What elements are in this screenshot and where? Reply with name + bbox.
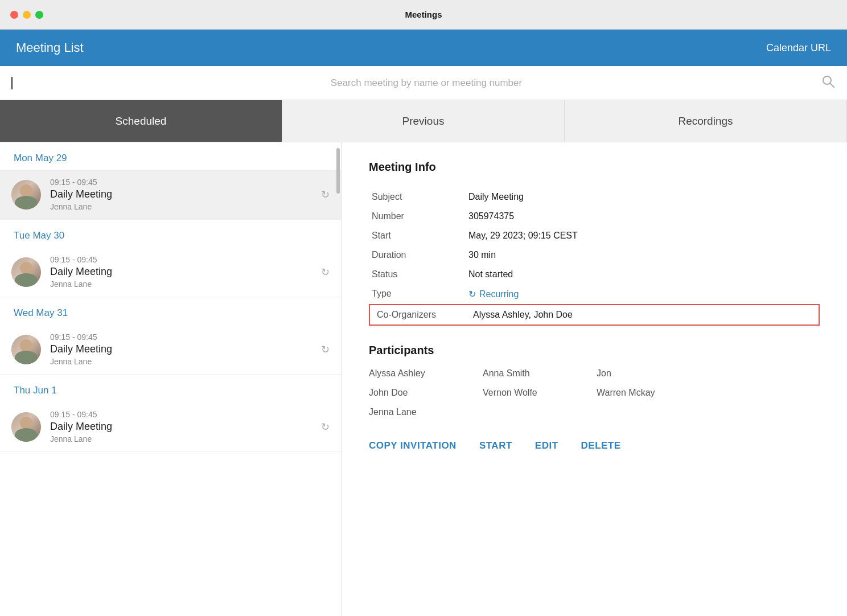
meeting-name: Daily Meeting — [50, 421, 312, 433]
avatar-image — [11, 335, 41, 364]
duration-label: Duration — [369, 245, 466, 265]
co-organizers-value: Alyssa Ashley, John Doe — [466, 305, 819, 325]
meeting-time: 09:15 - 09:45 — [50, 178, 312, 187]
meeting-list-panel: Mon May 29 09:15 - 09:45 Daily Meeting J… — [0, 142, 342, 616]
recurring-icon: ↻ — [321, 266, 330, 278]
start-label: Start — [369, 226, 466, 245]
type-value: ↻ Recurring — [466, 284, 819, 305]
refresh-icon: ↻ — [468, 289, 476, 299]
subject-value: Daily Meeting — [466, 187, 819, 207]
meeting-details: 09:15 - 09:45 Daily Meeting Jenna Lane — [50, 332, 312, 366]
participant-name: Warren Mckay — [597, 388, 710, 398]
tabs-bar: Scheduled Previous Recordings — [0, 100, 847, 142]
edit-meeting-button[interactable]: EDIT — [535, 440, 558, 451]
avatar — [11, 335, 41, 364]
search-input[interactable]: Search meeting by name or meeting number — [17, 77, 836, 89]
start-meeting-button[interactable]: START — [479, 440, 512, 451]
number-label: Number — [369, 207, 466, 226]
header-bar: Meeting List Calendar URL — [0, 30, 847, 66]
meeting-name: Daily Meeting — [50, 343, 312, 355]
day-header-thu-jun-1: Thu Jun 1 — [0, 375, 341, 402]
participant-name: Jon — [597, 368, 710, 379]
minimize-button[interactable] — [23, 11, 31, 19]
meeting-name: Daily Meeting — [50, 266, 312, 278]
meeting-details: 09:15 - 09:45 Daily Meeting Jenna Lane — [50, 255, 312, 289]
meeting-info-heading: Meeting Info — [369, 161, 820, 174]
tab-scheduled[interactable]: Scheduled — [0, 100, 282, 142]
meeting-info-table: Subject Daily Meeting Number 305974375 S… — [369, 187, 820, 326]
svg-line-1 — [830, 83, 834, 87]
meeting-details: 09:15 - 09:45 Daily Meeting Jenna Lane — [50, 178, 312, 211]
meeting-details: 09:15 - 09:45 Daily Meeting Jenna Lane — [50, 410, 312, 443]
status-label: Status — [369, 265, 466, 284]
table-row: Subject Daily Meeting — [369, 187, 819, 207]
recurring-icon: ↻ — [321, 188, 330, 201]
delete-meeting-button[interactable]: DELETE — [581, 440, 621, 451]
day-header-mon-may-29: Mon May 29 — [0, 142, 341, 170]
table-row: Number 305974375 — [369, 207, 819, 226]
table-row: Duration 30 min — [369, 245, 819, 265]
subject-label: Subject — [369, 187, 466, 207]
participant-name: John Doe — [369, 388, 483, 398]
participant-name: Jenna Lane — [369, 407, 483, 417]
day-header-tue-may-30: Tue May 30 — [0, 220, 341, 247]
status-value: Not started — [466, 265, 819, 284]
window-controls — [10, 11, 43, 19]
recurring-icon: ↻ — [321, 343, 330, 356]
meeting-time: 09:15 - 09:45 — [50, 410, 312, 419]
window-title: Meetings — [405, 10, 442, 19]
table-row: Type ↻ Recurring — [369, 284, 819, 305]
tab-previous[interactable]: Previous — [282, 100, 565, 142]
list-item[interactable]: 09:15 - 09:45 Daily Meeting Jenna Lane ↻ — [0, 247, 341, 297]
participant-name: Vernon Wolfe — [483, 388, 597, 398]
co-organizers-row: Co-Organizers Alyssa Ashley, John Doe — [369, 305, 819, 325]
calendar-url-button[interactable]: Calendar URL — [766, 42, 831, 54]
meeting-organizer: Jenna Lane — [50, 202, 312, 211]
header-title: Meeting List — [16, 40, 84, 55]
search-cursor — [11, 77, 13, 89]
table-row: Status Not started — [369, 265, 819, 284]
meeting-detail-panel: Meeting Info Subject Daily Meeting Numbe… — [342, 142, 847, 616]
titlebar: Meetings — [0, 0, 847, 30]
action-buttons: COPY INVITATION START EDIT DELETE — [369, 440, 820, 451]
search-icon[interactable] — [822, 75, 834, 91]
recurring-icon: ↻ — [321, 421, 330, 433]
scrollbar-indicator — [336, 148, 340, 194]
copy-invitation-button[interactable]: COPY INVITATION — [369, 440, 457, 451]
avatar — [11, 257, 41, 287]
participant-name: Alyssa Ashley — [369, 368, 483, 379]
start-value: May, 29 2023; 09:15 CEST — [466, 226, 819, 245]
participant-name: Anna Smith — [483, 368, 597, 379]
duration-value: 30 min — [466, 245, 819, 265]
meeting-organizer: Jenna Lane — [50, 280, 312, 289]
main-content: Mon May 29 09:15 - 09:45 Daily Meeting J… — [0, 142, 847, 616]
type-label: Type — [369, 284, 466, 305]
number-value: 305974375 — [466, 207, 819, 226]
co-organizers-label: Co-Organizers — [369, 305, 466, 325]
meeting-name: Daily Meeting — [50, 188, 312, 200]
maximize-button[interactable] — [35, 11, 43, 19]
list-item[interactable]: 09:15 - 09:45 Daily Meeting Jenna Lane ↻ — [0, 325, 341, 375]
table-row: Start May, 29 2023; 09:15 CEST — [369, 226, 819, 245]
avatar — [11, 180, 41, 210]
list-item[interactable]: 09:15 - 09:45 Daily Meeting Jenna Lane ↻ — [0, 402, 341, 452]
meeting-organizer: Jenna Lane — [50, 434, 312, 443]
avatar-image — [11, 412, 41, 442]
day-header-wed-may-31: Wed May 31 — [0, 297, 341, 325]
meeting-time: 09:15 - 09:45 — [50, 332, 312, 342]
tab-recordings[interactable]: Recordings — [565, 100, 847, 142]
avatar-image — [11, 180, 41, 210]
close-button[interactable] — [10, 11, 18, 19]
meeting-time: 09:15 - 09:45 — [50, 255, 312, 264]
avatar — [11, 412, 41, 442]
meeting-organizer: Jenna Lane — [50, 357, 312, 366]
participants-heading: Participants — [369, 344, 820, 357]
recurring-type-icon: ↻ Recurring — [468, 289, 519, 299]
list-item[interactable]: 09:15 - 09:45 Daily Meeting Jenna Lane ↻ — [0, 170, 341, 220]
participants-grid: Alyssa Ashley Anna Smith Jon John Doe Ve… — [369, 368, 820, 417]
avatar-image — [11, 257, 41, 287]
search-bar: Search meeting by name or meeting number — [0, 66, 847, 100]
